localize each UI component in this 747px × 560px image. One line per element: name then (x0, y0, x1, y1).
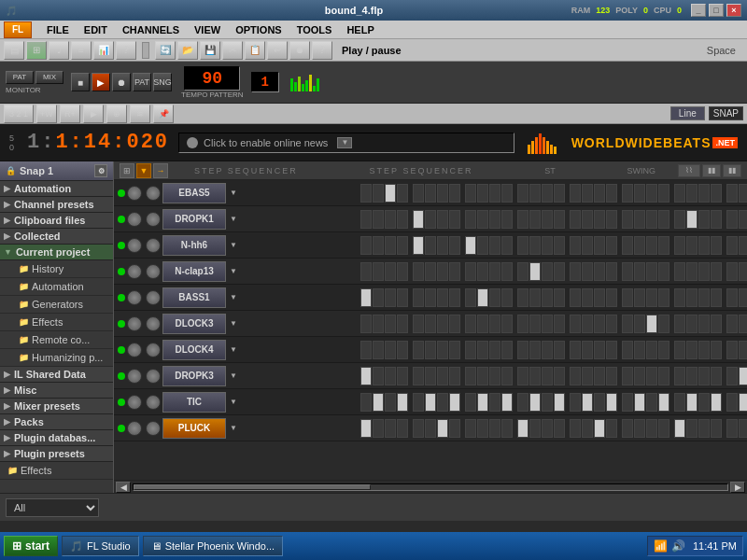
step-button[interactable] (542, 393, 553, 412)
step-button[interactable] (726, 288, 738, 307)
scroll-right-btn[interactable]: ▶ (730, 482, 745, 493)
step-button[interactable] (582, 236, 593, 255)
step-button[interactable] (726, 341, 738, 359)
step-button[interactable] (397, 184, 408, 203)
step-button[interactable] (594, 262, 605, 281)
step-button[interactable] (465, 341, 476, 359)
step-button[interactable] (517, 367, 529, 385)
step-button[interactable] (437, 236, 448, 255)
step-button[interactable] (686, 184, 698, 203)
step-button[interactable] (570, 419, 581, 438)
track-knob-2[interactable] (146, 290, 161, 305)
step-button[interactable] (465, 184, 476, 203)
step-button[interactable] (711, 393, 722, 412)
step-button[interactable] (489, 419, 500, 438)
step-button[interactable] (582, 419, 593, 438)
all-dropdown[interactable]: All Drums Bass Synth FX (6, 498, 99, 517)
step-button[interactable] (711, 184, 722, 203)
scrollbar-thumb[interactable] (134, 484, 371, 490)
news-ticker[interactable]: Click to enable online news ▼ (178, 133, 514, 153)
step-button[interactable] (501, 419, 513, 438)
track-knob-1[interactable] (127, 421, 142, 436)
step-button[interactable] (698, 184, 710, 203)
step-button[interactable] (465, 236, 476, 255)
step-button[interactable] (385, 288, 396, 307)
step-button[interactable] (658, 210, 669, 229)
tb-save-icon[interactable]: 💾 (200, 41, 220, 60)
menu-help[interactable]: HELP (343, 22, 377, 37)
menu-view[interactable]: VIEW (190, 22, 224, 37)
step-button[interactable] (501, 262, 513, 281)
step-button[interactable] (726, 184, 738, 203)
step-button[interactable] (449, 236, 460, 255)
track-led[interactable] (118, 294, 125, 301)
tb2-btn7[interactable]: 📌 (153, 105, 174, 123)
step-button[interactable] (711, 367, 722, 385)
step-button[interactable] (425, 236, 436, 255)
step-button[interactable] (477, 419, 488, 438)
track-knob-1[interactable] (127, 395, 142, 410)
step-button[interactable] (658, 367, 669, 385)
step-button[interactable] (674, 393, 685, 412)
step-button[interactable] (501, 315, 513, 333)
step-button[interactable] (397, 236, 408, 255)
step-button[interactable] (594, 367, 605, 385)
step-button[interactable] (739, 288, 747, 307)
sidebar-group-channel-presets[interactable]: ▶ Channel presets (0, 197, 113, 213)
step-button[interactable] (726, 367, 738, 385)
tb-paste-icon[interactable]: 📋 (245, 41, 265, 60)
step-button[interactable] (570, 288, 581, 307)
step-button[interactable] (622, 210, 633, 229)
step-button[interactable] (658, 393, 669, 412)
step-button[interactable] (529, 184, 541, 203)
step-button[interactable] (501, 393, 513, 412)
step-button[interactable] (413, 184, 424, 203)
step-button[interactable] (501, 210, 513, 229)
step-button[interactable] (634, 393, 645, 412)
step-button[interactable] (554, 288, 565, 307)
tb-stepseq-icon[interactable]: ⊞ (26, 41, 47, 60)
step-button[interactable] (449, 184, 460, 203)
step-button[interactable] (437, 393, 448, 412)
step-button[interactable] (517, 262, 529, 281)
step-button[interactable] (373, 419, 384, 438)
track-led[interactable] (118, 268, 125, 275)
step-button[interactable] (517, 419, 529, 438)
step-button[interactable] (477, 184, 488, 203)
step-button[interactable] (582, 367, 593, 385)
tb-help-icon[interactable]: ? (116, 41, 136, 60)
step-button[interactable] (554, 210, 565, 229)
tb-mixer-icon[interactable]: ▤ (4, 41, 24, 60)
track-dropdown-arrow[interactable]: ▼ (230, 345, 237, 354)
step-button[interactable] (582, 210, 593, 229)
track-knob-2[interactable] (146, 264, 161, 279)
step-button[interactable] (373, 210, 384, 229)
track-dropdown-arrow[interactable]: ▼ (230, 319, 237, 328)
step-button[interactable] (413, 393, 424, 412)
sidebar-group-packs[interactable]: ▶ Packs (0, 414, 113, 430)
step-button[interactable] (413, 419, 424, 438)
step-button[interactable] (622, 393, 633, 412)
track-name[interactable]: BASS1 (162, 287, 226, 308)
sidebar-group-plugin-presets[interactable]: ▶ Plugin presets (0, 446, 113, 462)
step-button[interactable] (634, 210, 645, 229)
stop-button[interactable]: ■ (71, 73, 90, 91)
step-button[interactable] (646, 262, 657, 281)
step-button[interactable] (606, 184, 617, 203)
step-button[interactable] (397, 315, 408, 333)
sidebar-group-plugin-db[interactable]: ▶ Plugin databas... (0, 430, 113, 446)
sidebar-item-effects[interactable]: 📁 Effects (0, 314, 113, 331)
step-button[interactable] (397, 367, 408, 385)
step-button[interactable] (711, 236, 722, 255)
step-button[interactable] (582, 262, 593, 281)
menu-channels[interactable]: CHANNELS (119, 22, 183, 37)
tb-new-icon[interactable]: 🔄 (155, 41, 176, 60)
step-button[interactable] (517, 393, 529, 412)
step-button[interactable] (385, 236, 396, 255)
step-button[interactable] (477, 367, 488, 385)
step-button[interactable] (726, 419, 738, 438)
track-led[interactable] (118, 242, 125, 249)
step-button[interactable] (413, 262, 424, 281)
step-button[interactable] (437, 419, 448, 438)
track-dropdown-arrow[interactable]: ▼ (230, 424, 237, 432)
